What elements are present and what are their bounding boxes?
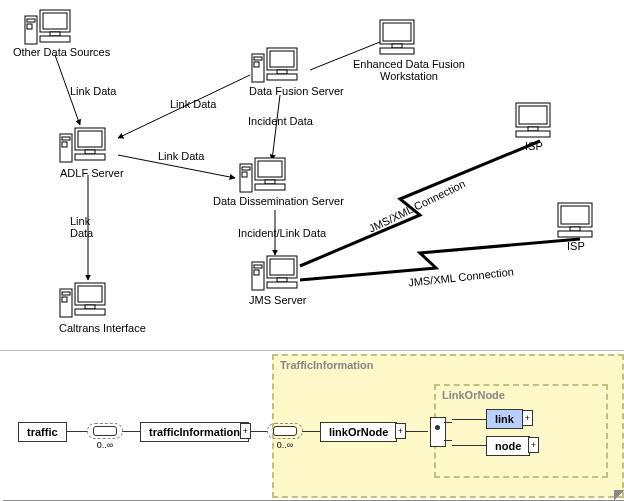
node-dfs-icon	[252, 48, 297, 82]
elem-link: link	[486, 409, 523, 429]
seq-mult-1: 0..∞	[88, 440, 122, 450]
node-other-icon	[25, 10, 70, 44]
wire-2	[122, 431, 142, 432]
node-caltrans-label: Caltrans Interface	[59, 322, 146, 334]
seq-connector-2: 0..∞	[267, 423, 303, 439]
node-dfs-label: Data Fusion Server	[249, 85, 344, 97]
tab-link[interactable]: +	[522, 410, 533, 426]
tab-node[interactable]: +	[528, 437, 539, 453]
edge-dfs-dds-label: Incident Data	[248, 115, 313, 127]
node-isp2-label: ISP	[567, 240, 585, 252]
wire-1	[66, 431, 88, 432]
diagram-root: Other Data Sources ADLF Server Caltrans …	[0, 0, 624, 501]
linkornode-group: LinkOrNode	[434, 384, 608, 478]
elem-trafficinfo: trafficInformation	[140, 422, 249, 442]
edge-dfs-adlf-label: Link Data	[170, 98, 216, 110]
linkornode-title: LinkOrNode	[442, 389, 505, 401]
edge-adlf-cal-label: Link Data	[70, 215, 93, 239]
node-jms-icon	[252, 256, 297, 290]
tab-trafficinfo[interactable]: +	[240, 423, 251, 439]
node-isp1-icon	[516, 103, 550, 137]
node-ws-icon	[380, 20, 414, 54]
trafficinformation-title: TrafficInformation	[280, 359, 374, 371]
edge-dfs-dds	[272, 95, 280, 160]
wire-6a	[452, 419, 486, 420]
wire-6b	[452, 445, 486, 446]
choice-switch	[430, 417, 446, 447]
edge-adlf-dds-label: Link Data	[158, 150, 204, 162]
resize-handle-icon	[614, 490, 624, 500]
node-isp1-label: ISP	[525, 140, 543, 152]
edge-other-adlf-label: Link Data	[70, 85, 116, 97]
edge-dds-jms-label: Incident/Link Data	[238, 227, 326, 239]
node-ws-label: Enhanced Data Fusion Workstation	[353, 58, 465, 82]
elem-node: node	[486, 436, 530, 456]
node-adlf-label: ADLF Server	[60, 167, 124, 179]
wire-4	[302, 431, 322, 432]
node-other-label: Other Data Sources	[13, 46, 110, 58]
wire-5	[406, 431, 428, 432]
node-dds-icon	[240, 158, 285, 192]
node-caltrans-icon	[60, 283, 105, 317]
node-dds-label: Data Dissemination Server	[213, 195, 344, 207]
node-isp2-icon	[558, 203, 592, 237]
tab-linkornode[interactable]: +	[395, 423, 406, 439]
elem-traffic: traffic	[18, 422, 67, 442]
elem-linkornode: linkOrNode	[320, 422, 397, 442]
seq-connector-1: 0..∞	[87, 423, 123, 439]
node-adlf-icon	[60, 128, 105, 162]
node-jms-label: JMS Server	[249, 294, 306, 306]
schema-panel: TrafficInformation LinkOrNode traffic tr…	[0, 350, 624, 500]
seq-mult-2: 0..∞	[268, 440, 302, 450]
